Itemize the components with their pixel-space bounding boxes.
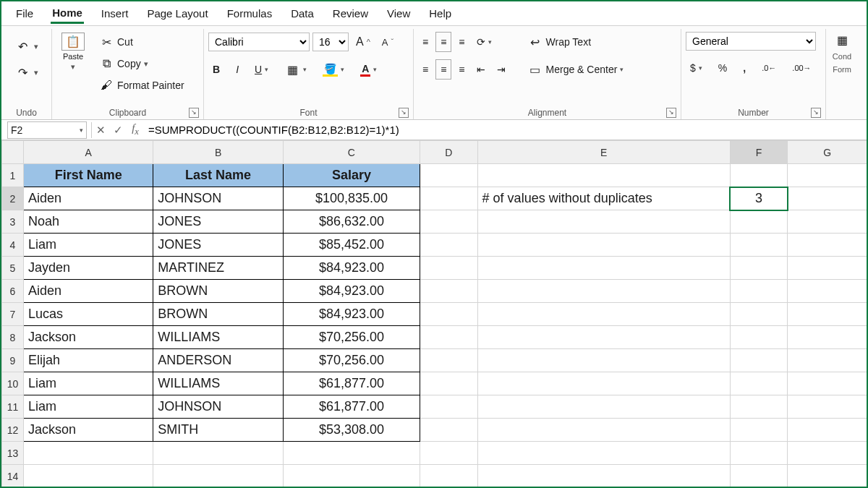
cell-A8[interactable]: Jackson [23,326,153,349]
font-color-button[interactable]: A [356,59,381,80]
cell-C7[interactable]: $84,923.00 [283,303,420,326]
cell-C10[interactable]: $61,877.00 [283,372,420,395]
cell-C3[interactable]: $86,632.00 [283,210,420,234]
cell-E5[interactable] [477,257,730,280]
cell-F3[interactable] [730,210,788,234]
cell-A14[interactable] [23,465,153,488]
cell-F13[interactable] [730,442,788,465]
menu-help[interactable]: Help [427,4,453,22]
cell-F2[interactable]: 3 [730,187,788,210]
cell-G11[interactable] [788,395,867,419]
menu-view[interactable]: View [386,4,412,22]
menu-data[interactable]: Data [289,4,315,22]
cell-G14[interactable] [788,465,867,488]
cell-D3[interactable] [420,210,478,234]
cell-A4[interactable]: Liam [23,234,153,257]
cell-B5[interactable]: MARTINEZ [153,257,283,280]
align-middle-button[interactable]: ≡ [435,32,451,52]
cell-E6[interactable] [477,280,730,303]
redo-button[interactable]: ↷▾ [11,62,43,82]
cell-C6[interactable]: $84,923.00 [283,280,420,303]
select-all-corner[interactable] [2,141,24,164]
cell-C2[interactable]: $100,835.00 [283,187,420,210]
cell-D4[interactable] [420,234,478,257]
chevron-down-icon[interactable]: ▾ [80,127,83,134]
cell-G2[interactable] [788,187,867,210]
row-header-2[interactable]: 2 [2,187,24,210]
formula-input[interactable] [144,121,867,139]
cell-B11[interactable]: JOHNSON [153,395,283,419]
cell-B14[interactable] [153,465,283,488]
cell-A5[interactable]: Jayden [23,257,153,280]
cell-B7[interactable]: BROWN [153,303,283,326]
enter-formula-button[interactable]: ✓ [109,124,127,137]
merge-center-button[interactable]: ▭Merge & Center [523,59,629,80]
cell-A11[interactable]: Liam [23,395,153,419]
font-size-select[interactable]: 16 [312,33,349,51]
percent-format-button[interactable]: % [714,58,731,78]
row-header-9[interactable]: 9 [2,349,24,372]
cell-D7[interactable] [420,303,478,326]
row-header-14[interactable]: 14 [2,465,24,488]
cell-F7[interactable] [730,303,788,326]
cell-A1[interactable]: First Name [23,164,153,187]
row-header-5[interactable]: 5 [2,257,24,280]
col-header-D[interactable]: D [420,141,478,164]
cell-A2[interactable]: Aiden [23,187,153,210]
cell-G10[interactable] [788,372,867,395]
orientation-button[interactable]: ⟳ [472,32,496,52]
decrease-indent-button[interactable]: ⇤ [472,59,490,80]
cell-F8[interactable] [730,326,788,349]
align-center-button[interactable]: ≡ [435,59,451,80]
font-launcher-icon[interactable]: ↘ [399,108,409,118]
menu-formulas[interactable]: Formulas [226,4,274,22]
cell-A13[interactable] [23,442,153,465]
align-bottom-button[interactable]: ≡ [454,32,469,52]
cell-D13[interactable] [420,442,478,465]
cell-C8[interactable]: $70,256.00 [283,326,420,349]
cell-G1[interactable] [788,164,867,187]
cell-E8[interactable] [477,326,730,349]
row-header-6[interactable]: 6 [2,280,24,303]
cell-B12[interactable]: SMITH [153,419,283,442]
clipboard-launcher-icon[interactable]: ↘ [189,108,199,118]
row-header-1[interactable]: 1 [2,164,24,187]
menu-file[interactable]: File [14,4,35,22]
fill-color-button[interactable]: 🪣 [318,59,349,80]
row-header-12[interactable]: 12 [2,419,24,442]
cell-F5[interactable] [730,257,788,280]
borders-button[interactable]: ▦ [280,59,311,80]
col-header-C[interactable]: C [283,141,420,164]
cell-E12[interactable] [477,419,730,442]
cell-G9[interactable] [788,349,867,372]
format-painter-button[interactable]: 🖌Format Painter [94,75,189,95]
cell-D12[interactable] [420,419,478,442]
col-header-A[interactable]: A [23,141,153,164]
align-top-button[interactable]: ≡ [418,32,433,52]
row-header-3[interactable]: 3 [2,210,24,234]
row-header-8[interactable]: 8 [2,326,24,349]
conditional-formatting-icon[interactable]: ▦ [834,32,850,48]
cell-A3[interactable]: Noah [23,210,153,234]
menu-review[interactable]: Review [331,4,370,22]
cell-D9[interactable] [420,349,478,372]
worksheet-grid[interactable]: A B C D E F G 1 First Name Last Name Sal… [1,140,867,488]
cell-D10[interactable] [420,372,478,395]
cell-G6[interactable] [788,280,867,303]
cell-E2[interactable]: # of values without duplicates [477,187,730,210]
cell-A12[interactable]: Jackson [23,419,153,442]
cell-B10[interactable]: WILLIAMS [153,372,283,395]
cell-F6[interactable] [730,280,788,303]
number-launcher-icon[interactable]: ↘ [811,108,821,118]
italic-button[interactable]: I [231,59,243,80]
cell-F4[interactable] [730,234,788,257]
increase-indent-button[interactable]: ⇥ [493,59,510,80]
name-box[interactable]: F2 ▾ [7,121,87,139]
cell-D5[interactable] [420,257,478,280]
cell-F1[interactable] [730,164,788,187]
bold-button[interactable]: B [208,59,224,80]
row-header-10[interactable]: 10 [2,372,24,395]
cell-D6[interactable] [420,280,478,303]
cell-F10[interactable] [730,372,788,395]
cell-B2[interactable]: JOHNSON [153,187,283,210]
